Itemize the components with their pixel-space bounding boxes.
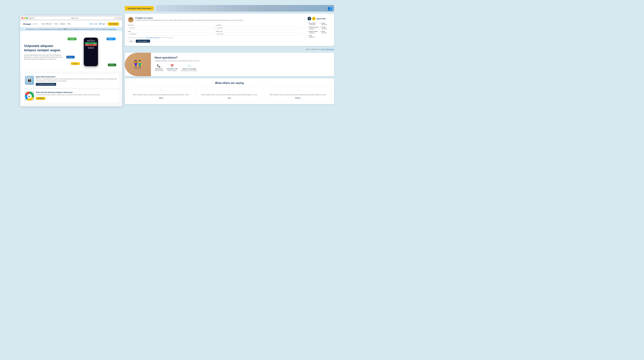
expenses-value: $5,000.00: [307, 28, 318, 30]
try-quick-start-button[interactable]: Try Quick Start Assessment Now: [36, 83, 56, 86]
person-name: Fringilla orci quam: [135, 17, 244, 19]
language-label: Français: [92, 23, 98, 25]
message-detail: We'll get back to you via email.: [181, 70, 197, 71]
terms-link[interactable]: Terms & Conditions: [145, 37, 153, 38]
play-button-inner[interactable]: ▶: [27, 94, 32, 98]
email-input[interactable]: [128, 32, 214, 35]
debts-label: Debts: [309, 35, 312, 36]
nav-language[interactable]: 🌐 Français: [90, 23, 98, 25]
view-quick-start-button[interactable]: View Quick Start Assessment: [125, 6, 154, 11]
forward-button[interactable]: ›: [33, 17, 34, 19]
testimonial-name-gary: Gary: [198, 97, 260, 99]
call-detail[interactable]: 1-888-444-9983: [155, 70, 163, 71]
quick-start-description: You're just 7 easy questions and a minut…: [36, 78, 117, 82]
float-card-sun: ☀️ Returns: [66, 56, 75, 59]
nav-signin[interactable]: 👤 Sign In: [99, 23, 106, 25]
browser-chrome: ⊞ ‹ › a.figma.com ↑ + ⊡: [20, 16, 122, 21]
more-icon[interactable]: ⊡: [119, 17, 121, 19]
plant-emoji: 🌿: [69, 38, 70, 40]
phone-icon: 📞: [155, 64, 163, 68]
back-form-button[interactable]: Back: [128, 39, 135, 43]
skip-registration-link[interactable]: Skip to Registration: [321, 48, 334, 50]
nav-insights[interactable]: Insights: [60, 23, 65, 25]
hero-title: Vulputate aliquam tempus semper augue.: [24, 44, 64, 52]
questions-subtitle: Available weekdays, 8 am to 8 pm ET and …: [155, 60, 331, 62]
email-icon: ✉️: [181, 64, 197, 68]
nav-how-it-works[interactable]: How It Works ▾: [42, 23, 52, 25]
nav-faq[interactable]: FAQ: [67, 23, 70, 25]
banner-sample-link[interactable]: sample here.: [108, 28, 116, 30]
maximize-dot[interactable]: [26, 17, 28, 19]
testimonial-text-patricia: When I switched to Prospr I was able to …: [267, 94, 329, 96]
view-results-button[interactable]: View my results ›: [136, 40, 150, 43]
monthly-savings-value: $5,000.00: [307, 32, 318, 34]
income-value: $5,000.00: [320, 24, 331, 25]
testimonial-gary: " When I switched to Prospr I was able t…: [196, 87, 262, 101]
back-button[interactable]: ‹: [32, 17, 32, 19]
qs-assets: ✓ Assets $5,000.00: [320, 31, 331, 34]
calendar-icon: 📅: [167, 64, 177, 68]
check-icon-income: ✓: [320, 23, 321, 24]
couple-photo: 👫: [125, 53, 151, 76]
schedule-detail[interactable]: Talk to an advisor.: [167, 70, 177, 71]
contact-row: Email Postal Code: [128, 31, 302, 35]
phone-net-worth: Net Worth $582,000.00: [85, 39, 97, 41]
testimonial-name-patricia: Patricia: [267, 97, 329, 99]
add-tab-icon[interactable]: +: [117, 17, 118, 19]
contact-schedule: 📅 Schedule a call Talk to an advisor.: [167, 64, 177, 71]
view-results-label: View my results: [138, 40, 147, 42]
nav-tools[interactable]: Tools: [54, 23, 58, 25]
video-card: ▶ Tellus elit sed maecenas aliquam ullam…: [23, 89, 119, 103]
testimonial-name-allana: Allana: [130, 97, 192, 99]
qs-debts: ✓ Debts $5,000.00: [307, 35, 318, 38]
baby-emoji: 👶: [72, 63, 73, 64]
hero-section: Vulputate aliquam tempus semper augue. F…: [20, 31, 122, 71]
minimize-dot[interactable]: [24, 17, 25, 19]
top-photo-strip: 👥: [156, 5, 334, 12]
browser-panel: ⊞ ‹ › a.figma.com ↑ + ⊡ Prospr by SunLif…: [20, 16, 122, 107]
sidebar-toggle-button[interactable]: ⊞: [29, 17, 31, 19]
phone-mockup: Net Worth $582,000.00 Assets $682,000 Li…: [84, 37, 98, 66]
page-wrapper: ⊞ ‹ › a.figma.com ↑ + ⊡ Prospr by SunLif…: [20, 5, 334, 107]
address-bar[interactable]: a.figma.com: [35, 17, 114, 19]
phone-assets: Assets $682,000: [85, 42, 97, 44]
form-disclaimer: By clicking "Submit", you agree to Prosp…: [128, 37, 302, 38]
liab-label: Liabilities: [86, 45, 89, 45]
questions-title: Have questions?: [155, 56, 331, 59]
site-nav: Prospr by SunLife How It Works ▾ Tools I…: [20, 21, 122, 27]
nav-right: 🌐 Français 👤 Sign In Get started: [90, 22, 119, 26]
goal-emoji: 🦁: [107, 38, 109, 40]
contact-call: 📞 Call now at 1-888-444-9983: [155, 64, 163, 71]
site-logo: Prospr by SunLife: [23, 23, 37, 25]
questions-section: 👫 Have questions? Available weekdays, 8 …: [125, 53, 334, 76]
book-bar: Book an Appointment or Skip to Registrat…: [125, 48, 334, 50]
first-name-input[interactable]: [128, 26, 214, 29]
nav-links: How It Works ▾ Tools Insights FAQ: [42, 23, 70, 25]
qs-income: ✓ Income $5,000.00: [320, 23, 331, 25]
qs-title: Quick Start: [317, 18, 326, 20]
last-name-label: Last Name: [216, 25, 302, 26]
close-dot[interactable]: [22, 17, 23, 19]
video-thumbnail: ▶: [25, 91, 34, 100]
postal-code-input[interactable]: [216, 32, 302, 35]
net-worth-amount: $582,000.00: [85, 40, 97, 41]
people-photo: 👥: [328, 6, 333, 11]
dob-label: Date of Birth: [309, 23, 316, 24]
assets-qs-value: $5,000.00: [320, 32, 331, 34]
call-title: Call now at: [155, 68, 163, 70]
schedule-title: Schedule a call: [167, 68, 177, 70]
privacy-link[interactable]: Privacy Policy: [154, 37, 159, 38]
video-cta-button[interactable]: Get Started: [36, 97, 45, 100]
expenses-label: Monthly expenses: [309, 27, 319, 28]
assets-value: $682,000: [93, 43, 96, 43]
qs-items: ✓ Date of Birth 05/23/1990 ✓ Income $5,0…: [307, 23, 331, 38]
last-name-input[interactable]: [216, 26, 302, 29]
user-icon: 👤: [99, 23, 101, 25]
monthly-savings-label: Monthly savings: [309, 31, 318, 32]
get-started-button[interactable]: Get started: [108, 22, 119, 26]
arrow-icon: ›: [148, 40, 148, 42]
quick-start-image: 👨‍👩‍👧: [25, 76, 34, 85]
first-name-label: First Name: [128, 25, 214, 26]
share-icon[interactable]: ↑: [115, 17, 116, 19]
assets-label: Assets: [86, 43, 88, 43]
